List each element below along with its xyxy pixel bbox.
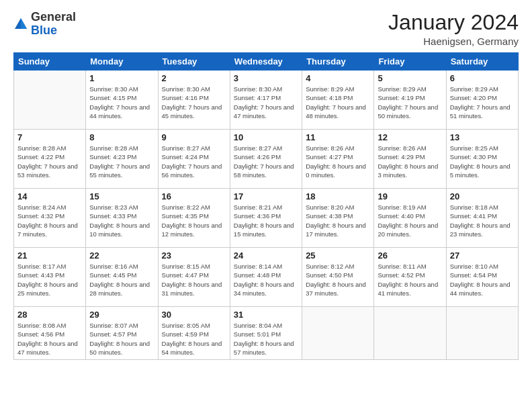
calendar-cell: 27Sunrise: 8:10 AMSunset: 4:54 PMDayligh… <box>446 248 518 307</box>
week-row-5: 28Sunrise: 8:08 AMSunset: 4:56 PMDayligh… <box>14 307 519 360</box>
weekday-header-sunday: Sunday <box>14 53 86 71</box>
day-number: 7 <box>17 132 82 142</box>
calendar-cell: 15Sunrise: 8:23 AMSunset: 4:33 PMDayligh… <box>86 189 158 248</box>
day-number: 27 <box>450 250 515 261</box>
location: Haenigsen, Germany <box>388 36 519 47</box>
calendar-cell: 26Sunrise: 8:11 AMSunset: 4:52 PMDayligh… <box>374 248 446 307</box>
day-number: 22 <box>89 250 154 261</box>
month-title: January 2024 <box>388 11 519 34</box>
week-row-2: 7Sunrise: 8:28 AMSunset: 4:22 PMDaylight… <box>14 130 519 189</box>
calendar-cell: 23Sunrise: 8:15 AMSunset: 4:47 PMDayligh… <box>158 248 230 307</box>
day-number: 20 <box>450 191 515 201</box>
day-info: Sunrise: 8:26 AMSunset: 4:29 PMDaylight:… <box>378 144 442 179</box>
day-info: Sunrise: 8:04 AMSunset: 5:01 PMDaylight:… <box>234 321 298 357</box>
calendar-cell: 9Sunrise: 8:27 AMSunset: 4:24 PMDaylight… <box>158 130 230 189</box>
day-info: Sunrise: 8:27 AMSunset: 4:26 PMDaylight:… <box>234 144 298 179</box>
day-number: 12 <box>378 132 442 142</box>
day-info: Sunrise: 8:10 AMSunset: 4:54 PMDaylight:… <box>450 262 515 298</box>
logo-blue: Blue <box>31 24 57 37</box>
day-info: Sunrise: 8:26 AMSunset: 4:27 PMDaylight:… <box>306 144 370 179</box>
day-number: 17 <box>234 191 298 201</box>
calendar-cell: 12Sunrise: 8:26 AMSunset: 4:29 PMDayligh… <box>374 130 446 189</box>
calendar-cell: 19Sunrise: 8:19 AMSunset: 4:40 PMDayligh… <box>374 189 446 248</box>
title-block: January 2024 Haenigsen, Germany <box>388 11 519 47</box>
weekday-header-thursday: Thursday <box>302 53 374 71</box>
svg-marker-1 <box>21 18 27 29</box>
calendar-cell: 13Sunrise: 8:25 AMSunset: 4:30 PMDayligh… <box>446 130 518 189</box>
day-number: 9 <box>162 132 226 142</box>
calendar-table: SundayMondayTuesdayWednesdayThursdayFrid… <box>13 52 519 360</box>
day-info: Sunrise: 8:30 AMSunset: 4:17 PMDaylight:… <box>234 85 298 120</box>
day-info: Sunrise: 8:16 AMSunset: 4:45 PMDaylight:… <box>89 262 154 298</box>
calendar-cell: 18Sunrise: 8:20 AMSunset: 4:38 PMDayligh… <box>302 189 374 248</box>
day-info: Sunrise: 8:23 AMSunset: 4:33 PMDaylight:… <box>89 203 154 238</box>
calendar-cell: 10Sunrise: 8:27 AMSunset: 4:26 PMDayligh… <box>230 130 302 189</box>
weekday-header-tuesday: Tuesday <box>158 53 230 71</box>
day-info: Sunrise: 8:17 AMSunset: 4:43 PMDaylight:… <box>17 262 82 298</box>
day-number: 16 <box>162 191 226 201</box>
calendar-cell: 14Sunrise: 8:24 AMSunset: 4:32 PMDayligh… <box>14 189 86 248</box>
day-number: 15 <box>89 191 154 201</box>
day-number: 25 <box>306 250 370 261</box>
calendar-cell: 6Sunrise: 8:29 AMSunset: 4:20 PMDaylight… <box>446 71 518 130</box>
day-number: 1 <box>89 73 154 83</box>
day-number: 4 <box>306 73 370 83</box>
day-number: 11 <box>306 132 370 142</box>
calendar-cell: 30Sunrise: 8:05 AMSunset: 4:59 PMDayligh… <box>158 307 230 360</box>
calendar-cell: 25Sunrise: 8:12 AMSunset: 4:50 PMDayligh… <box>302 248 374 307</box>
calendar-cell <box>302 307 374 360</box>
weekday-header-friday: Friday <box>374 53 446 71</box>
calendar-cell: 7Sunrise: 8:28 AMSunset: 4:22 PMDaylight… <box>14 130 86 189</box>
day-info: Sunrise: 8:18 AMSunset: 4:41 PMDaylight:… <box>450 203 515 238</box>
calendar-cell <box>374 307 446 360</box>
calendar-cell: 4Sunrise: 8:29 AMSunset: 4:18 PMDaylight… <box>302 71 374 130</box>
weekday-header-saturday: Saturday <box>446 53 518 71</box>
day-number: 3 <box>234 73 298 83</box>
week-row-3: 14Sunrise: 8:24 AMSunset: 4:32 PMDayligh… <box>14 189 519 248</box>
calendar-cell <box>14 71 86 130</box>
day-info: Sunrise: 8:08 AMSunset: 4:56 PMDaylight:… <box>17 321 82 357</box>
day-number: 6 <box>450 73 515 83</box>
day-info: Sunrise: 8:25 AMSunset: 4:30 PMDaylight:… <box>450 144 515 179</box>
calendar-cell: 28Sunrise: 8:08 AMSunset: 4:56 PMDayligh… <box>14 307 86 360</box>
day-number: 26 <box>378 250 442 261</box>
calendar-cell: 20Sunrise: 8:18 AMSunset: 4:41 PMDayligh… <box>446 189 518 248</box>
day-info: Sunrise: 8:28 AMSunset: 4:22 PMDaylight:… <box>17 144 82 179</box>
day-info: Sunrise: 8:15 AMSunset: 4:47 PMDaylight:… <box>162 262 226 298</box>
page: General Blue January 2024 Haenigsen, Ger… <box>0 0 532 411</box>
day-info: Sunrise: 8:20 AMSunset: 4:38 PMDaylight:… <box>306 203 370 238</box>
day-info: Sunrise: 8:12 AMSunset: 4:50 PMDaylight:… <box>306 262 370 298</box>
weekday-header-wednesday: Wednesday <box>230 53 302 71</box>
calendar-cell: 21Sunrise: 8:17 AMSunset: 4:43 PMDayligh… <box>14 248 86 307</box>
day-number: 13 <box>450 132 515 142</box>
logo-icon <box>13 17 28 32</box>
day-info: Sunrise: 8:19 AMSunset: 4:40 PMDaylight:… <box>378 203 442 238</box>
day-info: Sunrise: 8:05 AMSunset: 4:59 PMDaylight:… <box>162 321 226 357</box>
calendar-cell: 1Sunrise: 8:30 AMSunset: 4:15 PMDaylight… <box>86 71 158 130</box>
calendar-cell: 17Sunrise: 8:21 AMSunset: 4:36 PMDayligh… <box>230 189 302 248</box>
day-number: 10 <box>234 132 298 142</box>
calendar-cell <box>446 307 518 360</box>
day-info: Sunrise: 8:24 AMSunset: 4:32 PMDaylight:… <box>17 203 82 238</box>
day-number: 28 <box>17 310 82 320</box>
day-info: Sunrise: 8:07 AMSunset: 4:57 PMDaylight:… <box>89 321 154 357</box>
day-number: 24 <box>234 250 298 261</box>
day-number: 31 <box>234 310 298 320</box>
header: General Blue January 2024 Haenigsen, Ger… <box>13 11 519 47</box>
day-info: Sunrise: 8:30 AMSunset: 4:15 PMDaylight:… <box>89 85 154 120</box>
day-info: Sunrise: 8:14 AMSunset: 4:48 PMDaylight:… <box>234 262 298 298</box>
calendar-cell: 5Sunrise: 8:29 AMSunset: 4:19 PMDaylight… <box>374 71 446 130</box>
calendar-cell: 16Sunrise: 8:22 AMSunset: 4:35 PMDayligh… <box>158 189 230 248</box>
day-number: 21 <box>17 250 82 261</box>
day-info: Sunrise: 8:28 AMSunset: 4:23 PMDaylight:… <box>89 144 154 179</box>
weekday-header-row: SundayMondayTuesdayWednesdayThursdayFrid… <box>14 53 519 71</box>
day-info: Sunrise: 8:11 AMSunset: 4:52 PMDaylight:… <box>378 262 442 298</box>
calendar-cell: 3Sunrise: 8:30 AMSunset: 4:17 PMDaylight… <box>230 71 302 130</box>
day-info: Sunrise: 8:29 AMSunset: 4:18 PMDaylight:… <box>306 85 370 120</box>
day-number: 8 <box>89 132 154 142</box>
day-info: Sunrise: 8:29 AMSunset: 4:19 PMDaylight:… <box>378 85 442 120</box>
week-row-4: 21Sunrise: 8:17 AMSunset: 4:43 PMDayligh… <box>14 248 519 307</box>
calendar-cell: 2Sunrise: 8:30 AMSunset: 4:16 PMDaylight… <box>158 71 230 130</box>
day-number: 19 <box>378 191 442 201</box>
week-row-1: 1Sunrise: 8:30 AMSunset: 4:15 PMDaylight… <box>14 71 519 130</box>
